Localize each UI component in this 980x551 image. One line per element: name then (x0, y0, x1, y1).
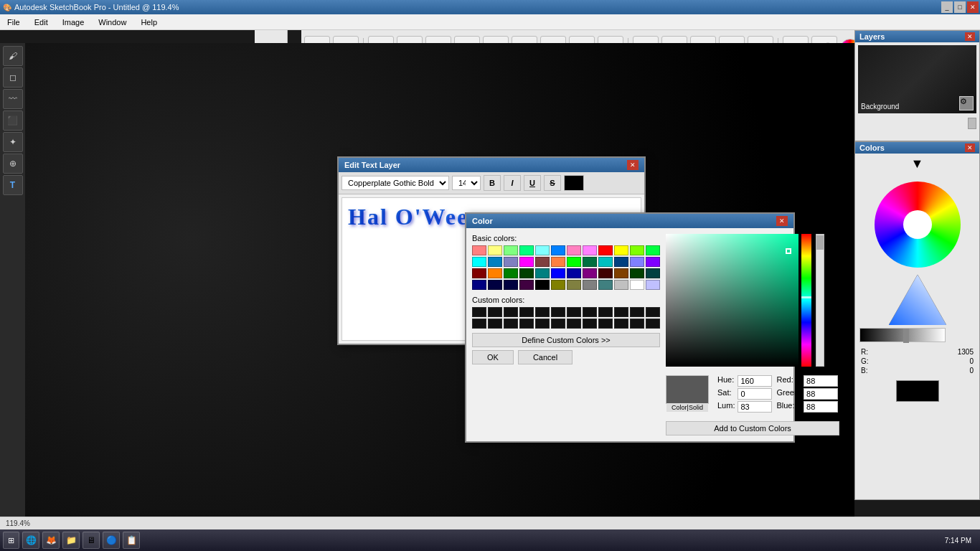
hue-slider[interactable] (801, 234, 811, 367)
stamp-tool[interactable]: ✦ (3, 132, 23, 152)
basic-color-cell[interactable] (488, 257, 502, 267)
basic-color-cell[interactable] (551, 268, 565, 278)
eraser-tool[interactable]: ◻ (3, 67, 23, 88)
basic-color-cell[interactable] (630, 280, 644, 290)
basic-color-cell[interactable] (598, 245, 613, 255)
basic-color-cell[interactable] (630, 257, 644, 267)
basic-color-cell[interactable] (646, 257, 660, 267)
custom-color-cell[interactable] (567, 319, 581, 329)
custom-color-cell[interactable] (551, 319, 565, 329)
text-color-swatch[interactable] (564, 175, 584, 191)
basic-color-cell[interactable] (614, 245, 628, 255)
custom-color-cell[interactable] (630, 307, 644, 317)
spectrum-scrollbar[interactable] (816, 234, 824, 367)
sat-input[interactable] (738, 388, 772, 400)
text-tool[interactable]: T (3, 175, 23, 195)
taskbar-icon-3[interactable]: 📁 (62, 532, 80, 549)
custom-color-cell[interactable] (646, 319, 660, 329)
lum-input[interactable] (738, 401, 772, 413)
bold-button[interactable]: B (484, 175, 501, 191)
blue-input[interactable] (804, 401, 838, 413)
smudge-tool[interactable]: 〰 (3, 89, 23, 109)
menu-edit[interactable]: Edit (30, 17, 52, 28)
basic-color-cell[interactable] (551, 257, 565, 267)
menu-file[interactable]: File (3, 17, 24, 28)
basic-color-cell[interactable] (504, 257, 518, 267)
custom-color-cell[interactable] (583, 319, 597, 329)
custom-color-cell[interactable] (519, 319, 534, 329)
custom-color-cell[interactable] (630, 319, 644, 329)
custom-color-cell[interactable] (614, 319, 628, 329)
brightness-thumb[interactable] (903, 329, 909, 343)
taskbar-icon-2[interactable]: 🦊 (42, 532, 60, 549)
basic-color-cell[interactable] (646, 268, 660, 278)
basic-color-cell[interactable] (614, 268, 628, 278)
custom-color-cell[interactable] (504, 319, 518, 329)
layers-scroll-thumb[interactable] (968, 118, 976, 129)
color-wheel[interactable] (875, 182, 961, 268)
basic-color-cell[interactable] (535, 257, 550, 267)
maximize-button[interactable]: □ (954, 1, 966, 13)
basic-color-cell[interactable] (614, 257, 628, 267)
basic-color-cell[interactable] (488, 268, 502, 278)
custom-color-cell[interactable] (598, 319, 613, 329)
font-size-select[interactable]: 14 (452, 176, 481, 190)
custom-color-cell[interactable] (488, 319, 502, 329)
strikethrough-button[interactable]: S (544, 175, 561, 191)
basic-color-cell[interactable] (504, 245, 518, 255)
basic-color-cell[interactable] (551, 280, 565, 290)
basic-color-cell[interactable] (567, 245, 581, 255)
ok-button[interactable]: OK (472, 350, 514, 364)
brush-tool[interactable]: 🖌 (3, 46, 23, 66)
basic-color-cell[interactable] (472, 245, 486, 255)
menu-image[interactable]: Image (58, 17, 89, 28)
spectrum-scroll-thumb[interactable] (816, 235, 824, 250)
current-color-swatch[interactable] (896, 380, 939, 402)
basic-color-cell[interactable] (519, 245, 534, 255)
window-controls[interactable]: _ □ ✕ (941, 1, 980, 13)
basic-color-cell[interactable] (583, 268, 597, 278)
underline-button[interactable]: U (524, 175, 541, 191)
custom-color-cell[interactable] (472, 307, 486, 317)
edit-text-dialog-close[interactable]: ✕ (627, 160, 639, 170)
basic-color-cell[interactable] (504, 268, 518, 278)
basic-color-cell[interactable] (598, 257, 613, 267)
taskbar-icon-6[interactable]: 📋 (123, 532, 140, 549)
hue-input[interactable] (738, 375, 772, 387)
spectrum-crosshair[interactable] (786, 248, 791, 254)
basic-color-cell[interactable] (567, 268, 581, 278)
basic-color-cell[interactable] (472, 280, 486, 290)
layer-settings-icon[interactable]: ⚙ (959, 96, 974, 110)
basic-color-cell[interactable] (598, 280, 613, 290)
custom-color-cell[interactable] (614, 307, 628, 317)
green-input[interactable] (804, 388, 838, 400)
custom-color-cell[interactable] (646, 307, 660, 317)
define-custom-colors-button[interactable]: Define Custom Colors >> (472, 333, 660, 347)
basic-color-cell[interactable] (488, 280, 502, 290)
custom-color-cell[interactable] (598, 307, 613, 317)
custom-color-cell[interactable] (535, 307, 550, 317)
basic-color-cell[interactable] (504, 280, 518, 290)
basic-color-cell[interactable] (646, 280, 660, 290)
custom-color-cell[interactable] (535, 319, 550, 329)
color-dialog-close[interactable]: ✕ (776, 216, 788, 226)
color-triangle[interactable] (889, 275, 946, 325)
menu-window[interactable]: Window (94, 17, 131, 28)
custom-color-cell[interactable] (519, 307, 534, 317)
cancel-button[interactable]: Cancel (518, 350, 573, 364)
basic-color-cell[interactable] (535, 245, 550, 255)
basic-color-cell[interactable] (630, 245, 644, 255)
basic-color-cell[interactable] (472, 268, 486, 278)
basic-color-cell[interactable] (567, 257, 581, 267)
close-button[interactable]: ✕ (967, 1, 979, 13)
start-button[interactable]: ⊞ (3, 532, 19, 549)
minimize-button[interactable]: _ (941, 1, 953, 13)
basic-color-cell[interactable] (551, 245, 565, 255)
color-wheel-gradient[interactable] (875, 182, 961, 268)
custom-color-cell[interactable] (567, 307, 581, 317)
basic-color-cell[interactable] (583, 280, 597, 290)
red-input[interactable] (804, 375, 838, 387)
layers-close-button[interactable]: ✕ (965, 32, 975, 41)
layers-scrollbar[interactable] (855, 116, 979, 131)
italic-button[interactable]: I (504, 175, 521, 191)
